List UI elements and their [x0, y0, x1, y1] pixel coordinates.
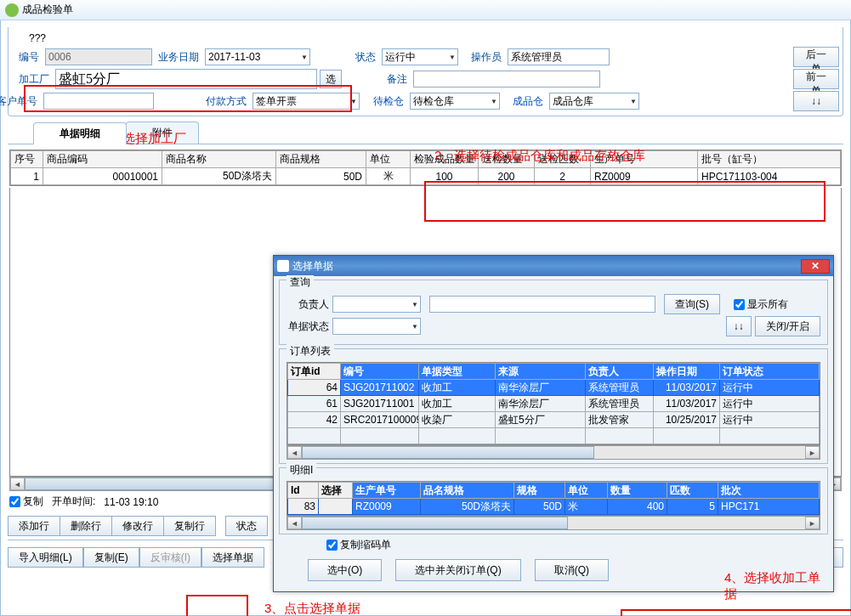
tab-detail[interactable]: 单据明细: [33, 122, 127, 144]
import-button[interactable]: 导入明细(L): [8, 547, 83, 568]
dcol-id: Id: [288, 483, 319, 499]
app-icon: [5, 3, 19, 17]
cell-send: 200: [479, 168, 535, 185]
ocell: 64: [288, 380, 341, 396]
table-row[interactable]: 1 00010001 50D涤塔夫 50D 米 100 200 2 RZ0009…: [11, 168, 841, 185]
doc-status-input[interactable]: [332, 318, 421, 335]
ocol-status: 订单状态: [720, 364, 820, 380]
copycode-checkbox[interactable]: 复制缩码单: [326, 538, 391, 552]
cell-prod: RZ0009: [591, 168, 698, 185]
show-all-checkbox-input[interactable]: [734, 299, 745, 310]
pay-label: 付款方式: [204, 94, 250, 109]
detail-grid-dlg[interactable]: Id 选择 生产单号 品名规格 规格 单位 数量 匹数 批次: [287, 481, 820, 516]
close-open-button[interactable]: 关闭/开启: [755, 316, 820, 336]
cancel-button[interactable]: 取消(Q): [535, 559, 609, 581]
order-row[interactable]: 61 SJG201711001 收加工 南华涂层厂 系统管理员 11/03/20…: [288, 396, 820, 412]
ocell: 批发管家: [586, 412, 654, 428]
scroll-left-icon[interactable]: ◄: [10, 478, 25, 490]
detail-scroll[interactable]: ◄►: [287, 516, 820, 530]
dcol-unit: 单位: [565, 483, 608, 499]
arrows-button[interactable]: ↓↓: [793, 91, 839, 111]
scroll-thumb[interactable]: [25, 478, 315, 490]
add-row-button[interactable]: 添加行: [8, 516, 60, 536]
status-label: 状态: [354, 50, 379, 65]
ocell: 系统管理员: [586, 396, 654, 412]
copycode-checkbox-input[interactable]: [326, 540, 338, 551]
ocell: SJG201711002: [341, 380, 419, 396]
show-all-checkbox[interactable]: 显示所有: [734, 297, 788, 312]
ocol-type: 单据类型: [419, 364, 496, 380]
remark-input[interactable]: [413, 71, 600, 88]
show-all-label: 显示所有: [747, 297, 788, 312]
order-row[interactable]: 42 SRC2017100009 收染厂 盛虹5分厂 批发管家 10/25/20…: [288, 412, 820, 428]
pick-doc-button[interactable]: 选择单据: [201, 547, 264, 568]
ocell: 运行中: [720, 412, 820, 428]
factory-select-button[interactable]: 选: [320, 70, 342, 88]
cell-name: 50D涤塔夫: [162, 168, 276, 185]
dcell: 400: [608, 499, 667, 515]
dcol-qty: 数量: [608, 483, 667, 499]
annotation-text-3: 3、点击选择单据: [264, 601, 360, 616]
doc-no-input: [45, 48, 152, 65]
operator-input[interactable]: [508, 48, 610, 65]
open-time-value: 11-03 19:10: [104, 496, 158, 508]
window-title: 成品检验单: [22, 3, 73, 17]
pick-doc-dialog: 选择单据 ✕ 查询 负责人 查询(S) 显示所有 单据状态: [273, 255, 834, 592]
dcell: 5: [667, 499, 718, 515]
prev-doc-button[interactable]: 前一单: [793, 69, 839, 89]
mod-row-button[interactable]: 修改行: [111, 516, 164, 536]
col-seq: 序号: [11, 151, 43, 168]
next-doc-button[interactable]: 后一单: [793, 47, 839, 67]
dlg-arrows-button[interactable]: ↓↓: [726, 316, 752, 336]
ok-button[interactable]: 选中(O): [308, 559, 382, 581]
recheck-button: 反审核(I): [139, 547, 201, 568]
ocell: SRC2017100009: [341, 412, 419, 428]
dialog-close-button[interactable]: ✕: [801, 259, 830, 274]
annotation-text-4: 4、选择收加工单据: [724, 570, 833, 602]
ocol-src: 来源: [496, 364, 586, 380]
pending-wh-input[interactable]: [410, 93, 500, 110]
annotation-box-3: [186, 595, 248, 616]
biz-date-input[interactable]: [205, 48, 310, 65]
query-button[interactable]: 查询(S): [664, 294, 720, 314]
ok-close-button[interactable]: 选中并关闭订单(Q): [395, 559, 520, 581]
status-button[interactable]: 状态: [225, 516, 268, 536]
ocell: 南华涂层厂: [496, 380, 586, 396]
resp-input[interactable]: [332, 296, 421, 313]
order-scroll[interactable]: ◄►: [287, 445, 820, 460]
cust-no-label: 客户单号: [0, 94, 41, 109]
ocell: 11/03/2017: [654, 396, 720, 412]
factory-input[interactable]: [55, 69, 317, 89]
ocell: 南华涂层厂: [496, 396, 586, 412]
product-wh-input[interactable]: [549, 93, 639, 110]
ocell: SJG201711001: [341, 396, 419, 412]
dcol-namespec: 品名规格: [421, 483, 514, 499]
dialog-titlebar: 选择单据 ✕: [274, 256, 833, 276]
ocell: 收加工: [419, 396, 496, 412]
copy-row-button[interactable]: 复制行: [163, 516, 216, 536]
ocell: 系统管理员: [586, 380, 654, 396]
pay-input[interactable]: [252, 93, 360, 110]
copy-checkbox-input[interactable]: [9, 496, 20, 507]
ocol-resp: 负责人: [586, 364, 654, 380]
ocol-id: 订单id: [288, 364, 341, 380]
annotation-text-2: 2、选择待检成品仓库和成品存放仓库: [434, 148, 645, 164]
del-row-button[interactable]: 删除行: [60, 516, 112, 536]
detail-row[interactable]: 83 RZ0009 50D涤塔夫 50D 米 400 5 HPC171: [288, 499, 820, 515]
order-row[interactable]: 64 SJG201711002 收加工 南华涂层厂 系统管理员 11/03/20…: [288, 380, 820, 396]
query-text-input[interactable]: [429, 296, 655, 313]
detail-grid[interactable]: 序号 商品编码 商品名称 商品规格 单位 检验成品数量 送检数量 送检匹数 生产…: [9, 150, 842, 186]
status-input[interactable]: [382, 48, 458, 65]
open-time-label: 开单时间:: [52, 494, 95, 509]
list-legend: 订单列表: [287, 344, 334, 359]
copy-label: 复制: [23, 494, 43, 509]
ocell: 运行中: [720, 380, 820, 396]
copy-button[interactable]: 复制(E): [83, 547, 139, 568]
order-grid[interactable]: 订单id 编号 单据类型 来源 负责人 操作日期 订单状态 64 SJG2017…: [287, 362, 820, 445]
copy-checkbox[interactable]: 复制: [9, 494, 43, 509]
detail-legend: 明细I: [287, 463, 316, 478]
qmark-legend: ???: [17, 29, 839, 46]
order-row[interactable]: [288, 428, 820, 444]
ocol-date: 操作日期: [654, 364, 720, 380]
cust-no-input[interactable]: [43, 93, 154, 110]
